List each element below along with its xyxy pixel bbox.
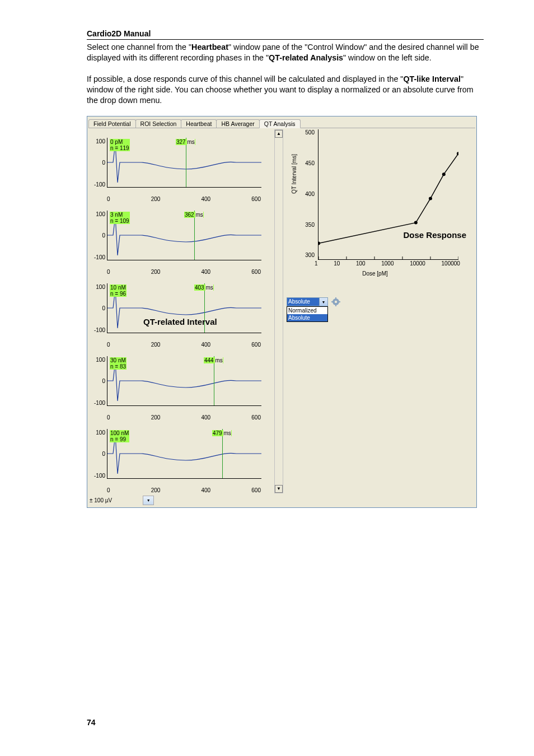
xtick: 100000 [442, 260, 460, 267]
trace-panel: 1000-100100 nMn = 99479 ms0200400600 [88, 421, 273, 493]
svg-point-8 [429, 197, 432, 200]
scrollbar-vertical[interactable]: ▲ ▼ [274, 129, 283, 493]
dose-badge: 3 nMn = 109 [110, 212, 130, 224]
qt-related-panel: 1000-1000 pMn = 119327 ms02004006001000-… [88, 129, 283, 493]
xtick: 200 [151, 342, 161, 348]
trace-yaxis: 1000-100 [88, 357, 105, 406]
ytick: 500 [305, 129, 315, 136]
xtick: 0 [107, 487, 110, 493]
para1-t1: Select one channel from the " [87, 43, 191, 52]
svg-point-6 [318, 242, 320, 245]
yunit-label: ± 100 µV [90, 497, 112, 503]
ytick: -100 [94, 181, 105, 188]
svg-rect-13 [335, 297, 336, 299]
xtick: 200 [151, 269, 161, 275]
xtick: 0 [107, 342, 110, 348]
ytick: 300 [305, 252, 315, 258]
xtick: 1 [315, 260, 318, 267]
qt-related-interval-label: QT-related Interval [141, 316, 219, 328]
ytick: 0 [102, 232, 105, 239]
xtick: 1000 [381, 260, 394, 267]
dose-response-title: Dose Response [401, 229, 469, 241]
para1-qtrel: QT-related Analysis [269, 53, 343, 62]
xtick: 400 [202, 342, 211, 348]
combo-option-absolute[interactable]: Absolute [287, 314, 327, 321]
ytick: 0 [102, 305, 105, 311]
tab-hb-averager[interactable]: HB Averager [216, 119, 259, 128]
trace-panel: 1000-1003 nMn = 109362 ms0200400600 [88, 202, 273, 275]
xtick: 400 [202, 269, 211, 275]
xtick: 400 [202, 487, 211, 493]
xtick: 200 [151, 196, 161, 202]
page-number: 74 [87, 718, 96, 727]
ytick: 100 [96, 430, 105, 436]
trace-plot: 0 pMn = 119327 ms [107, 138, 261, 188]
trace-panel: 1000-1000 pMn = 119327 ms0200400600 [88, 129, 273, 202]
xtick: 0 [107, 196, 110, 202]
trace-xaxis: 0200400600 [107, 342, 261, 348]
dose-badge: 100 nMn = 99 [110, 430, 129, 442]
trace-panel: 1000-10010 nMn = 96403 msQT-related Inte… [88, 275, 273, 348]
xtick: 600 [251, 487, 261, 493]
svg-rect-14 [335, 305, 336, 306]
scroll-down-button[interactable]: ▼ [275, 485, 283, 493]
svg-rect-15 [331, 301, 333, 302]
tab-qt-analysis[interactable]: QT Analysis [259, 119, 301, 128]
trace-plot: 30 nMn = 83444 ms [107, 356, 261, 406]
curve-type-dropdown[interactable]: Normalized Absolute [287, 306, 328, 322]
dose-badge: 10 nMn = 96 [110, 284, 127, 297]
trace-plot: 10 nMn = 96403 msQT-related Interval [107, 283, 261, 333]
tab-heartbeat[interactable]: Heartbeat [181, 119, 217, 128]
curve-type-combo[interactable]: Absolute ▼ [287, 297, 328, 306]
ytick: -100 [94, 327, 105, 333]
tab-roi-selection[interactable]: ROI Selection [135, 119, 182, 128]
qt-ms-badge: 479 ms [212, 430, 232, 436]
ytick: -100 [94, 254, 105, 260]
tab-bar: Field Potential ROI Selection Heartbeat … [88, 118, 475, 128]
svg-point-12 [335, 301, 337, 303]
paragraph-1: Select one channel from the "Heartbeat" … [87, 42, 484, 64]
qt-marker-line [214, 356, 214, 405]
dose-chart-yaxis: 500 450 400 350 300 [288, 129, 315, 258]
xtick: 400 [202, 414, 211, 421]
ytick: 450 [305, 160, 315, 166]
ytick: -100 [94, 400, 105, 406]
gear-icon[interactable] [331, 297, 340, 307]
trace-yaxis: 1000-100 [88, 138, 105, 188]
para2-qtlike: QT-like Interval [403, 74, 461, 83]
xtick: 600 [251, 269, 261, 275]
combo-selected: Absolute [287, 298, 319, 306]
dose-chart-xticks: 1 10 100 1000 10000 100000 [315, 260, 460, 267]
qt-analysis-screenshot: Field Potential ROI Selection Heartbeat … [87, 116, 477, 508]
qt-ms-badge: 444 ms [204, 357, 223, 363]
trace-yaxis: 1000-100 [88, 430, 105, 479]
para1-t3: " window on the left side. [343, 53, 432, 62]
svg-rect-16 [339, 301, 340, 302]
xtick: 400 [202, 196, 211, 202]
combo-option-normalized[interactable]: Normalized [287, 307, 327, 314]
unit-bar: ± 100 µV ▼ [88, 496, 475, 505]
xtick: 100 [356, 260, 366, 267]
chevron-down-icon[interactable]: ▼ [319, 298, 327, 306]
curve-type-controls: Absolute ▼ Normalized Absolute [287, 297, 471, 322]
xtick: 0 [107, 414, 110, 421]
ytick: 0 [102, 378, 105, 384]
xtick: 200 [151, 414, 161, 421]
para1-heartbeat: Heartbeat [191, 43, 228, 52]
ytick: 0 [102, 451, 105, 457]
paragraph-2: If possible, a dose responds curve of th… [87, 74, 484, 106]
ytick: 400 [305, 191, 315, 197]
trace-plot: 3 nMn = 109362 ms [107, 211, 261, 260]
qt-ms-badge: 362 ms [184, 212, 204, 218]
qt-ms-badge: 403 ms [194, 284, 214, 291]
tab-field-potential[interactable]: Field Potential [88, 119, 136, 128]
qt-like-interval-panel: QT Interval [ms] 500 450 400 350 300 [285, 129, 471, 493]
scroll-up-button[interactable]: ▲ [275, 130, 283, 138]
trace-xaxis: 0200400600 [107, 196, 261, 202]
dose-chart-xlabel: Dose [pM] [291, 270, 459, 277]
trace-xaxis: 0200400600 [107, 269, 261, 275]
yunit-dropdown[interactable]: ▼ [143, 496, 154, 505]
xtick: 600 [251, 196, 261, 202]
ytick: 100 [96, 357, 105, 363]
trace-yaxis: 1000-100 [88, 211, 105, 260]
